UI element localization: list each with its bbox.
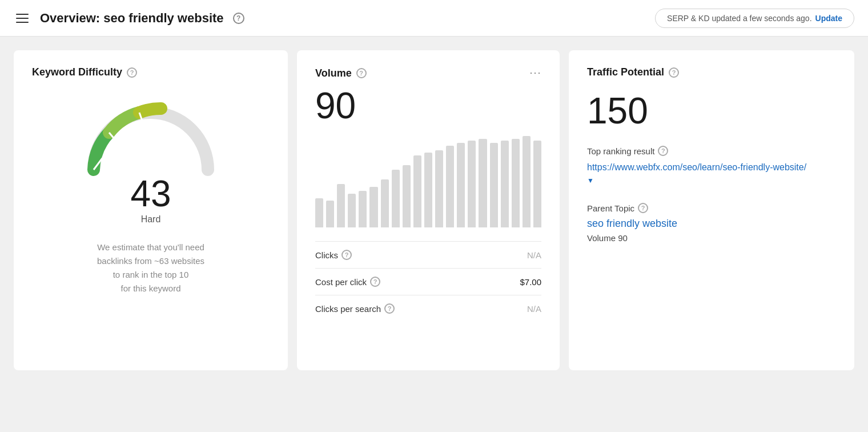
top-ranking-label: Top ranking result ? xyxy=(587,146,836,156)
ranking-dropdown-arrow[interactable]: ▼ xyxy=(587,177,836,185)
bar xyxy=(315,198,323,227)
gauge-container: 43 Hard xyxy=(32,90,270,225)
clicks-help-icon[interactable]: ? xyxy=(341,250,352,260)
kd-description: We estimate that you'll needbacklinks fr… xyxy=(32,241,270,295)
gauge-svg xyxy=(77,90,225,181)
bar xyxy=(326,201,334,227)
cps-label: Clicks per search xyxy=(315,304,381,314)
bar xyxy=(424,153,432,227)
cps-row: Clicks per search ? N/A xyxy=(315,295,541,322)
volume-menu-dots[interactable]: ⋮ xyxy=(529,67,542,79)
volume-bar-chart xyxy=(315,136,541,227)
keyword-difficulty-card: Keyword Difficulty ? 43 Hard xyxy=(14,50,288,370)
cpc-help-icon[interactable]: ? xyxy=(370,277,380,287)
tp-value: 150 xyxy=(587,90,836,132)
volume-value: 90 xyxy=(315,85,541,127)
title-help-icon[interactable]: ? xyxy=(233,13,244,24)
bar xyxy=(403,165,411,227)
cps-label-group: Clicks per search ? xyxy=(315,303,395,314)
parent-topic-section: Parent Topic ? seo friendly website Volu… xyxy=(587,203,836,243)
tp-title: Traffic Potential xyxy=(587,66,664,78)
kd-label: Hard xyxy=(141,214,161,225)
bar xyxy=(501,141,509,227)
bar xyxy=(479,139,487,227)
serp-status-pill: SERP & KD updated a few seconds ago. Upd… xyxy=(655,9,854,28)
bar xyxy=(435,150,443,227)
cpc-label-group: Cost per click ? xyxy=(315,277,380,287)
bar xyxy=(523,136,531,227)
top-ranking-help-icon[interactable]: ? xyxy=(658,146,668,156)
cpc-label: Cost per click xyxy=(315,277,367,287)
volume-card-header: Volume ? ⋮ xyxy=(315,66,541,80)
clicks-label: Clicks xyxy=(315,250,338,260)
page-title: Overview: seo friendly website xyxy=(40,11,224,26)
clicks-row: Clicks ? N/A xyxy=(315,241,541,268)
kd-value: 43 xyxy=(130,175,171,212)
volume-help-icon[interactable]: ? xyxy=(356,68,367,78)
clicks-label-group: Clicks ? xyxy=(315,250,352,260)
bar xyxy=(392,170,400,227)
parent-topic-help-icon[interactable]: ? xyxy=(638,203,648,213)
kd-card-header: Keyword Difficulty ? xyxy=(32,66,270,78)
kd-title: Keyword Difficulty xyxy=(32,66,122,78)
cps-help-icon[interactable]: ? xyxy=(384,303,395,314)
tp-help-icon[interactable]: ? xyxy=(669,67,679,78)
kd-help-icon[interactable]: ? xyxy=(127,67,137,78)
bar xyxy=(337,184,345,227)
parent-topic-link[interactable]: seo friendly website xyxy=(587,218,836,230)
cpc-row: Cost per click ? $7.00 xyxy=(315,268,541,295)
clicks-value: N/A xyxy=(527,250,541,260)
traffic-potential-card: Traffic Potential ? 150 Top ranking resu… xyxy=(569,50,854,370)
parent-topic-label: Parent Topic ? xyxy=(587,203,836,213)
parent-topic-volume: Volume 90 xyxy=(587,233,836,243)
update-link[interactable]: Update xyxy=(815,14,842,23)
bar xyxy=(413,155,421,227)
bar xyxy=(512,139,520,227)
header: Overview: seo friendly website ? SERP & … xyxy=(0,0,868,37)
main-content: Keyword Difficulty ? 43 Hard xyxy=(0,37,868,384)
bar xyxy=(457,143,465,227)
bar xyxy=(533,141,541,227)
top-ranking-url[interactable]: https://www.webfx.com/seo/learn/seo-frie… xyxy=(587,161,836,174)
serp-status-text: SERP & KD updated a few seconds ago. xyxy=(667,14,811,23)
menu-button[interactable] xyxy=(14,11,31,25)
tp-card-header: Traffic Potential ? xyxy=(587,66,836,78)
bar xyxy=(381,179,389,227)
volume-header-left: Volume ? xyxy=(315,67,367,79)
volume-card: Volume ? ⋮ 90 Clicks ? N/A Cost per clic… xyxy=(297,50,560,370)
volume-title: Volume xyxy=(315,67,352,79)
bar xyxy=(490,143,498,227)
bar xyxy=(468,141,476,227)
bar xyxy=(359,191,367,227)
bar xyxy=(369,187,377,227)
bar xyxy=(348,194,356,227)
bar xyxy=(446,146,454,227)
cpc-value: $7.00 xyxy=(520,277,541,287)
cps-value: N/A xyxy=(527,304,541,314)
